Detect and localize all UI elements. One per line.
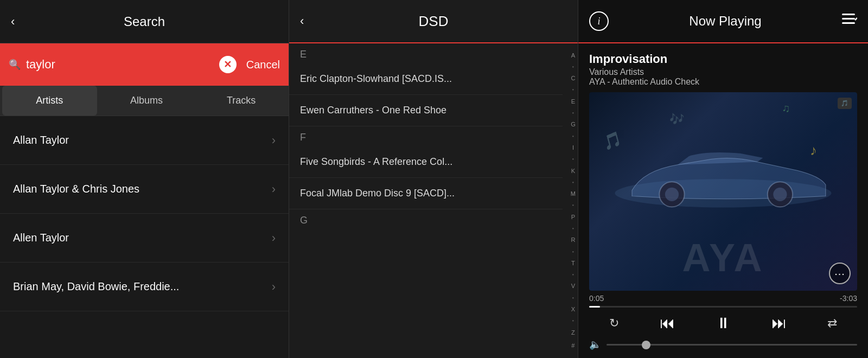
repeat-button[interactable]: ↻: [609, 316, 619, 330]
now-playing-content: Improvisation Various Artists AYA - Auth…: [578, 43, 868, 358]
cancel-button[interactable]: Cancel: [246, 59, 280, 71]
queue-button[interactable]: [842, 14, 857, 29]
mid-back-button[interactable]: ‹: [300, 14, 304, 28]
right-panel: i Now Playing Improvisation Various Arti…: [578, 0, 868, 358]
left-back-button[interactable]: ‹: [11, 15, 15, 29]
section-header-e: E: [289, 43, 563, 63]
album-list: E Eric Clapton-Slowhand [SACD.IS... Ewen…: [289, 43, 578, 358]
volume-knob: [642, 341, 650, 349]
more-options-button[interactable]: ···: [829, 263, 851, 284]
svg-point-6: [665, 187, 679, 201]
search-input[interactable]: [26, 57, 214, 72]
album-art-car-image: [609, 142, 837, 221]
left-header: ‹ Search: [0, 0, 289, 43]
pause-button[interactable]: ⏸: [716, 314, 731, 332]
list-item[interactable]: Allen Taylor ›: [0, 214, 289, 263]
time-current: 0:05: [589, 294, 604, 303]
shuffle-button[interactable]: ⇄: [827, 316, 837, 330]
clear-search-button[interactable]: ✕: [219, 56, 237, 73]
tabs-row: Artists Albums Tracks: [0, 86, 289, 116]
svg-rect-2: [842, 22, 855, 24]
track-title: Improvisation: [589, 52, 857, 66]
volume-slider[interactable]: [607, 344, 857, 346]
svg-point-8: [773, 187, 787, 201]
left-title: Search: [124, 14, 165, 29]
progress-bar[interactable]: [589, 306, 857, 308]
track-album: AYA - Authentic Audio Check: [589, 77, 857, 87]
album-label-logo: 🎵: [838, 98, 852, 109]
controls-row: ↻ ⏮ ⏸ ⏭ ⇄: [589, 310, 857, 336]
volume-row: 🔈: [589, 336, 857, 353]
chevron-right-icon: ›: [272, 231, 276, 245]
info-button[interactable]: i: [589, 11, 609, 31]
volume-icon: 🔈: [589, 338, 601, 350]
svg-rect-1: [842, 18, 855, 20]
search-bar: 🔍 ✕ Cancel: [0, 43, 289, 86]
list-item[interactable]: Allan Taylor ›: [0, 116, 289, 165]
section-header-g: G: [289, 209, 563, 229]
search-icon: 🔍: [9, 59, 21, 71]
tab-artists[interactable]: Artists: [2, 86, 97, 116]
now-playing-title: Now Playing: [689, 14, 761, 29]
tab-albums[interactable]: Albums: [99, 86, 194, 116]
list-item[interactable]: Allan Taylor & Chris Jones ›: [0, 165, 289, 214]
list-item[interactable]: Ewen Carruthers - One Red Shoe: [289, 95, 563, 126]
album-art: AYA 🎵 🎵 🎶 ♪ ♫: [589, 92, 857, 291]
prev-button[interactable]: ⏮: [660, 314, 675, 332]
list-item[interactable]: Brian May, David Bowie, Freddie... ›: [0, 263, 289, 311]
album-art-container: AYA 🎵 🎵 🎶 ♪ ♫ ···: [589, 92, 857, 291]
chevron-right-icon: ›: [272, 133, 276, 148]
list-item[interactable]: Five Songbirds - A Reference Col...: [289, 146, 563, 178]
track-artist: Various Artists: [589, 67, 857, 77]
mid-header: ‹ DSD: [289, 0, 578, 43]
progress-row: 0:05 -3:03: [589, 291, 857, 304]
svg-rect-0: [842, 14, 855, 15]
svg-line-3: [855, 18, 857, 20]
time-remaining: -3:03: [840, 294, 857, 303]
track-info: Improvisation Various Artists AYA - Auth…: [589, 52, 857, 87]
section-header-f: F: [289, 126, 563, 146]
left-panel: ‹ Search 🔍 ✕ Cancel Artists Albums Track…: [0, 0, 289, 358]
list-item[interactable]: Focal JMlab Demo Disc 9 [SACD]...: [289, 178, 563, 209]
mid-panel: ‹ DSD E Eric Clapton-Slowhand [SACD.IS..…: [289, 0, 578, 358]
next-button[interactable]: ⏭: [771, 314, 787, 332]
tab-tracks[interactable]: Tracks: [194, 86, 289, 116]
list-item[interactable]: Eric Clapton-Slowhand [SACD.IS...: [289, 63, 563, 95]
album-art-title-text: AYA: [682, 235, 764, 280]
artist-list: Allan Taylor › Allan Taylor & Chris Jone…: [0, 116, 289, 358]
progress-bar-fill: [589, 306, 600, 308]
right-header: i Now Playing: [578, 0, 868, 43]
alphabet-index: A ● C ● E ● G ● I ● K ● M ● P ● R ● T ● …: [571, 49, 576, 353]
chevron-right-icon: ›: [272, 280, 276, 294]
chevron-right-icon: ›: [272, 182, 276, 196]
mid-title: DSD: [419, 13, 449, 30]
